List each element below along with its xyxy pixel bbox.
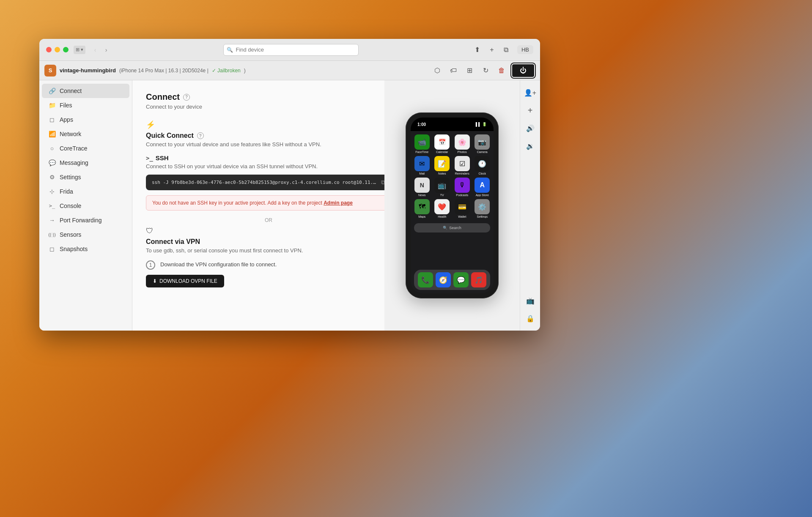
vpn-title: Connect via VPN	[146, 238, 400, 246]
sidebar-item-connect[interactable]: 🔗 Connect	[42, 84, 129, 98]
delete-icon[interactable]: 🗑	[495, 64, 508, 77]
sidebar-item-apps[interactable]: ◻ Apps	[42, 112, 129, 127]
quick-connect-help-icon[interactable]: ?	[197, 132, 204, 139]
phone-search-icon: 🔍	[443, 226, 447, 230]
vpn-shield-icon: 🛡	[146, 227, 154, 235]
app-notes[interactable]: 📝 Notes	[433, 156, 451, 175]
back-button[interactable]: ‹	[91, 45, 100, 55]
toolbar-icons: ⬆ + ⧉	[472, 44, 512, 56]
power-button[interactable]: ⏻	[511, 63, 535, 78]
tag-icon[interactable]: 🏷	[447, 64, 460, 77]
download-ovpn-button[interactable]: ⬇ DOWNLOAD OVPN FILE	[146, 275, 224, 287]
phone-preview: 1:00 ▌▌ 🔋 📹 FaceTime 📅	[384, 80, 520, 331]
plus-icon[interactable]: +	[523, 103, 538, 118]
sidebar-item-files[interactable]: 📁 Files	[42, 98, 129, 112]
sidebar-item-label: Network	[60, 131, 81, 137]
sidebar-item-label: Port Forwarding	[60, 217, 102, 224]
frida-icon: ⊹	[49, 188, 55, 195]
sidebar-item-snapshots[interactable]: ◻ Snapshots	[42, 242, 129, 256]
share-icon[interactable]: ⬆	[472, 44, 483, 56]
sidebar-item-port-forwarding[interactable]: → Port Forwarding	[42, 213, 129, 227]
sidebar-item-label: Connect	[60, 88, 82, 94]
connect-help-icon[interactable]: ?	[183, 94, 190, 101]
app-tv[interactable]: 📺 TV	[433, 178, 451, 197]
quick-connect-subtitle: Connect to your virtual device and use f…	[146, 141, 400, 148]
ssh-subtitle: Connect to SSH on your virtual device vi…	[146, 163, 400, 170]
connect-title: Connect ?	[146, 92, 400, 102]
app-phone[interactable]: 📞	[418, 272, 433, 287]
device-info-close: )	[244, 68, 246, 74]
app-calendar[interactable]: 📅 Calendar	[433, 134, 451, 153]
app-facetime[interactable]: 📹 FaceTime	[413, 134, 431, 153]
download-btn-label: DOWNLOAD OVPN FILE	[159, 278, 217, 284]
vpn-subtitle: To use gdb, ssh, or serial console you m…	[146, 247, 400, 254]
app-reminders[interactable]: ☑ Reminders	[453, 156, 471, 175]
screen-mirror-icon[interactable]: 📺	[523, 293, 538, 308]
main-window: ⊞ ▾ ‹ › 🔍 ⬆ + ⧉ HB S vintage-hummingbird…	[39, 39, 540, 331]
admin-page-link[interactable]: Admin page	[324, 200, 353, 206]
lock-icon[interactable]: 🔒	[523, 311, 538, 326]
minimize-button[interactable]	[55, 47, 60, 52]
app-safari[interactable]: 🧭	[436, 272, 451, 287]
sidebar-item-network[interactable]: 📶 Network	[42, 127, 129, 141]
app-mail[interactable]: ✉ Mail	[413, 156, 431, 175]
app-podcasts[interactable]: 🎙 Podcasts	[453, 178, 471, 197]
close-button[interactable]	[46, 47, 52, 52]
apps-icon: ◻	[49, 116, 55, 123]
phone-search-bar[interactable]: 🔍 Search	[414, 223, 490, 233]
sidebar-item-console[interactable]: >_ Console	[42, 199, 129, 213]
main-content: 🔗 Connect 📁 Files ◻ Apps 📶 Network ○ Cor…	[39, 80, 540, 331]
messaging-icon: 💬	[49, 159, 55, 166]
search-input[interactable]	[223, 44, 359, 56]
step-1-row: 1 Download the VPN configuration file to…	[146, 260, 400, 270]
app-clock[interactable]: 🕐 Clock	[474, 156, 491, 175]
app-health[interactable]: ❤️ Health	[433, 199, 451, 218]
connect-subtitle: Connect to your device	[146, 104, 400, 110]
right-toolbar: 👤+ + 🔊 🔉 📺 🔒	[520, 80, 540, 331]
app-settings-phone[interactable]: ⚙️ Settings	[474, 199, 491, 218]
app-wallet[interactable]: 💳 Wallet	[453, 199, 471, 218]
sidebar-item-sensors[interactable]: ((·)) Sensors	[42, 227, 129, 242]
quick-connect-lightning-icon: ⚡	[146, 120, 155, 129]
sidebar-item-label: Files	[60, 102, 72, 109]
columns-icon[interactable]: ⊞	[463, 64, 476, 77]
sidebar-item-label: CoreTrace	[60, 145, 88, 152]
sidebar-item-messaging[interactable]: 💬 Messaging	[42, 156, 129, 170]
nav-arrows: ‹ ›	[91, 45, 111, 55]
jailbroken-badge: ✓ Jailbroken	[212, 68, 241, 74]
download-icon: ⬇	[153, 278, 157, 284]
app-camera[interactable]: 📷 Camera	[474, 134, 491, 153]
connect-icon: 🔗	[49, 88, 55, 94]
ssh-terminal-icon: >_	[146, 155, 153, 161]
app-photos[interactable]: 🌸 Photos	[453, 134, 471, 153]
sidebar-item-label: Sensors	[60, 231, 81, 238]
step-1-text: Download the VPN configuration file to c…	[160, 260, 277, 268]
files-icon: 📁	[49, 102, 55, 109]
sidebar-item-coretrace[interactable]: ○ CoreTrace	[42, 141, 129, 156]
device-actions: ⬡ 🏷 ⊞ ↻ 🗑 ⏻	[431, 63, 535, 78]
app-music[interactable]: 🎵	[471, 272, 486, 287]
search-wrapper: 🔍	[223, 44, 359, 56]
forward-button[interactable]: ›	[102, 45, 111, 55]
phone-time: 1:00	[417, 122, 426, 127]
ssh-command-text: ssh -J 9fb8be3d-063e-4776-aec0-5b274b825…	[152, 180, 378, 185]
sidebar-toggle-button[interactable]: ⊞ ▾	[74, 46, 85, 54]
copy-icon[interactable]: ⧉	[500, 44, 512, 56]
add-icon[interactable]: +	[486, 44, 498, 56]
app-messages[interactable]: 💬	[453, 272, 469, 287]
volume-down-icon[interactable]: 🔉	[523, 139, 538, 153]
open-external-icon[interactable]: ⬡	[431, 64, 444, 77]
sidebar: 🔗 Connect 📁 Files ◻ Apps 📶 Network ○ Cor…	[39, 80, 132, 331]
add-person-icon[interactable]: 👤+	[523, 85, 538, 100]
fullscreen-button[interactable]	[63, 47, 69, 52]
app-maps[interactable]: 🗺 Maps	[413, 199, 431, 218]
app-appstore[interactable]: A App Store	[474, 178, 491, 197]
sidebar-item-label: Console	[60, 202, 81, 209]
user-badge[interactable]: HB	[517, 45, 533, 54]
refresh-icon[interactable]: ↻	[479, 64, 492, 77]
sidebar-item-frida[interactable]: ⊹ Frida	[42, 184, 129, 199]
app-news[interactable]: N News	[413, 178, 431, 197]
volume-up-icon[interactable]: 🔊	[523, 121, 538, 135]
coretrace-icon: ○	[49, 145, 55, 152]
sidebar-item-settings[interactable]: ⚙ Settings	[42, 170, 129, 184]
